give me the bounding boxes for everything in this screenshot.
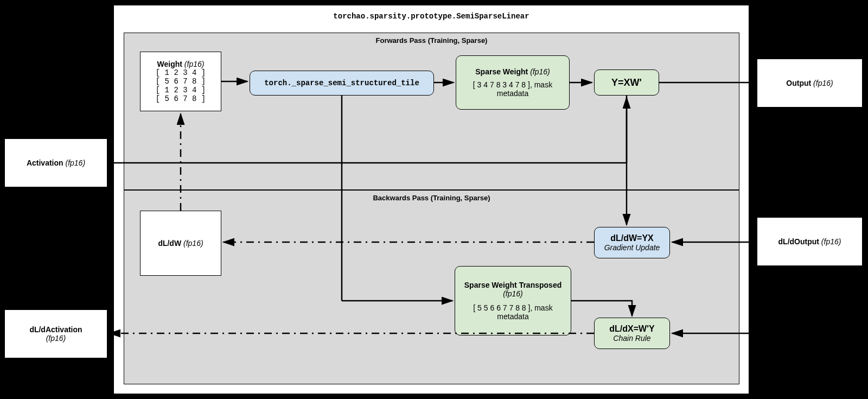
sparse-weight-data: [ 3 4 7 8 3 4 7 8 ], mask metadata <box>461 80 565 98</box>
output-box: Output (fp16) <box>757 59 863 107</box>
weight-row-1: [ 1 2 3 4 ] <box>156 68 206 77</box>
op-yxw: Y=XW' <box>594 69 659 96</box>
sparse-weight-t-title: Sparse Weight Transposed <box>464 281 561 289</box>
backward-pass-label: Backwards Pass (Training, Sparse) <box>124 191 739 205</box>
op-tile: torch._sparse_semi_structured_tile <box>250 71 434 96</box>
dl-dw-box: dL/dW (fp16) <box>140 211 221 276</box>
dl-doutput-label: dL/dOutput <box>778 237 819 246</box>
weight-type: (fp16) <box>184 60 205 68</box>
dl-dactivation-type: (fp16) <box>46 334 66 343</box>
weight-box: Weight (fp16) [ 1 2 3 4 ] [ 5 6 7 8 ] [ … <box>140 52 221 111</box>
weight-title: Weight <box>157 60 182 68</box>
op-yxw-label: Y=XW' <box>611 77 642 88</box>
op-dl-dx-sub: Chain Rule <box>613 334 650 343</box>
op-tile-label: torch._sparse_semi_structured_tile <box>264 79 419 87</box>
op-dl-dw-formula: dL/dW=YX <box>610 233 654 243</box>
weight-row-4: [ 5 6 7 8 ] <box>156 94 206 103</box>
output-type: (fp16) <box>813 79 833 87</box>
sparse-weight-title: Sparse Weight <box>475 67 528 76</box>
sparse-weight-t-type: (fp16) <box>503 289 523 298</box>
op-dl-dw: dL/dW=YX Gradient Update <box>594 227 670 258</box>
dl-doutput-type: (fp16) <box>821 237 841 246</box>
activation-label: Activation <box>27 159 63 167</box>
sparse-weight-t-box: Sparse Weight Transposed (fp16) [ 5 5 6 … <box>455 266 571 335</box>
forward-pass-label: Forwards Pass (Training, Sparse) <box>124 33 739 48</box>
activation-box: Activation (fp16) <box>4 138 107 187</box>
dl-dw-type: (fp16) <box>183 239 203 248</box>
activation-type: (fp16) <box>66 159 86 167</box>
op-dl-dx: dL/dX=W'Y Chain Rule <box>594 318 670 349</box>
op-dl-dw-sub: Gradient Update <box>604 243 660 252</box>
dl-dactivation-box: dL/dActivation (fp16) <box>4 309 107 358</box>
weight-row-2: [ 5 6 7 8 ] <box>156 77 206 86</box>
diagram-title: torchao.sparsity.prototype.SemiSparseLin… <box>114 5 749 27</box>
dl-doutput-box: dL/dOutput (fp16) <box>757 217 863 266</box>
output-label: Output <box>786 79 811 87</box>
dl-dw-title: dL/dW <box>158 239 181 248</box>
op-dl-dx-formula: dL/dX=W'Y <box>609 324 654 334</box>
sparse-weight-type: (fp16) <box>530 67 550 76</box>
sparse-weight-box: Sparse Weight (fp16) [ 3 4 7 8 3 4 7 8 ]… <box>456 55 570 110</box>
dl-dactivation-label: dL/dActivation <box>29 325 82 334</box>
sparse-weight-t-data: [ 5 5 6 6 7 7 8 8 ], mask metadata <box>459 303 566 321</box>
weight-row-3: [ 1 2 3 4 ] <box>156 86 206 94</box>
